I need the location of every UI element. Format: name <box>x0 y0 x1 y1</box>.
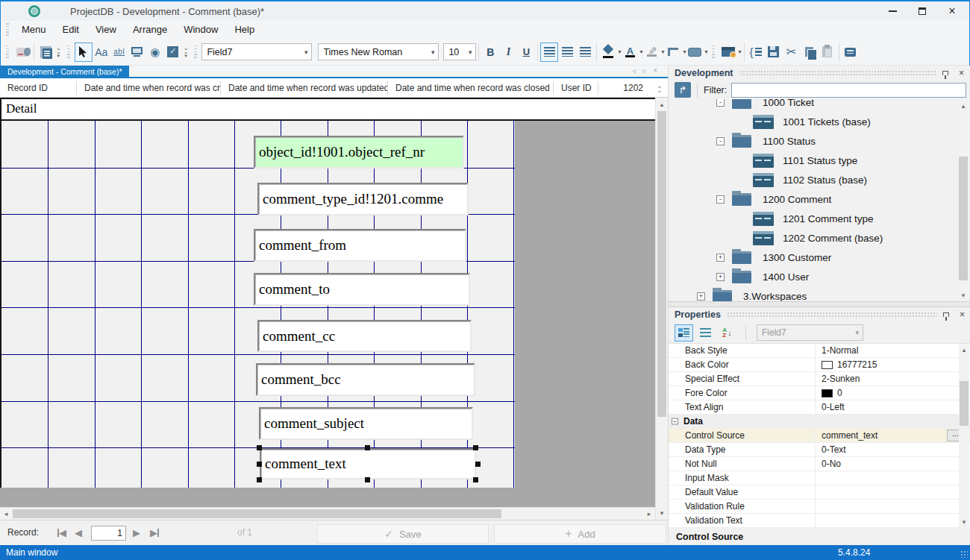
tab-scroll-left-icon[interactable]: ◃ <box>632 66 636 75</box>
button-tool-button[interactable] <box>128 43 146 62</box>
align-right-button[interactable] <box>576 43 594 62</box>
property-row-validation-rule[interactable]: Validation Rule <box>669 500 970 514</box>
column-1202[interactable]: 1202 <box>598 81 651 95</box>
outline-view-button[interactable]: { <box>747 43 765 62</box>
toolbar-grip-3[interactable] <box>194 45 197 59</box>
form-settings-dropdown[interactable]: ▾ <box>738 48 741 55</box>
font-color-button[interactable]: A <box>621 43 639 62</box>
highlight-button[interactable]: ✎ <box>642 43 660 62</box>
development-pane-header[interactable]: Development × <box>669 66 970 81</box>
tab-close-icon[interactable]: × <box>653 66 657 75</box>
scrollbar-thumb[interactable] <box>959 157 968 280</box>
align-center-button[interactable] <box>558 43 576 62</box>
filter-input[interactable] <box>731 83 966 98</box>
form-field-comment-type[interactable]: comment_type_id!1201.comme <box>257 183 469 215</box>
tab-scroll-right-icon[interactable]: ▹ <box>642 66 646 75</box>
font-size-combo[interactable]: 10▾ <box>443 43 476 60</box>
property-row-text-align[interactable]: Text Align0-Left <box>669 400 970 415</box>
property-object-combo[interactable]: Field7▾ <box>757 324 863 341</box>
align-left-button[interactable] <box>540 43 558 62</box>
property-row-validation-text[interactable]: Validation Text <box>669 514 970 528</box>
pin-icon[interactable] <box>942 71 948 75</box>
toolbar-grip-1[interactable] <box>6 45 9 59</box>
first-record-button[interactable]: ◀ <box>57 525 66 540</box>
goto-object-button[interactable]: ↱ <box>675 82 691 98</box>
tree-item-1201-comment-type[interactable]: 1201 Comment type <box>669 209 970 228</box>
property-row-back-color[interactable]: Back Color16777215 <box>669 358 970 372</box>
resize-grip[interactable] <box>960 550 968 558</box>
menu-menu[interactable]: Menu <box>13 22 54 38</box>
font-family-combo[interactable]: Times New Roman▾ <box>318 43 439 60</box>
radio-tool-button[interactable]: ◉ <box>146 43 164 62</box>
menu-edit[interactable]: Edit <box>54 22 87 38</box>
column-closed[interactable]: Date and time when record was closed <box>388 81 554 95</box>
toolbar-grip-4[interactable] <box>712 45 715 59</box>
selection-handle[interactable] <box>365 477 370 482</box>
scrollbar-thumb[interactable] <box>960 381 969 426</box>
tree-item-1400-user[interactable]: +1400 User <box>669 267 970 286</box>
designer-vertical-scrollbar[interactable]: ▴ ▾ <box>655 98 668 520</box>
property-category-data[interactable]: −Data <box>669 415 970 429</box>
tree-item-1101-status-type[interactable]: 1101 Status type <box>669 151 970 170</box>
selection-handle[interactable] <box>473 445 478 450</box>
tree-item-1200-comment[interactable]: -1200 Comment <box>669 189 970 209</box>
form-settings-button[interactable] <box>719 43 737 62</box>
collapse-icon[interactable]: - <box>716 137 725 145</box>
menubar-grip[interactable] <box>6 23 9 37</box>
property-row-default-value[interactable]: Default Value <box>669 485 970 500</box>
selection-handle[interactable] <box>473 477 478 482</box>
form-field-comment-cc[interactable]: comment_cc <box>257 320 472 352</box>
textbox-tool-button[interactable]: abl <box>110 43 128 62</box>
expand-icon[interactable]: + <box>697 292 705 301</box>
italic-button[interactable]: I <box>499 43 517 62</box>
save-button[interactable] <box>765 43 783 62</box>
next-record-button[interactable]: ▶ <box>133 525 140 540</box>
selection-handle[interactable] <box>257 445 262 450</box>
selection-handle[interactable] <box>257 462 262 467</box>
bold-button[interactable]: B <box>481 43 499 62</box>
previous-record-button[interactable]: ◀ <box>75 525 82 540</box>
comment-button[interactable] <box>842 43 860 62</box>
expand-icon[interactable]: + <box>716 254 725 262</box>
scrollbar-thumb[interactable] <box>657 111 666 417</box>
minimize-button[interactable] <box>886 5 898 17</box>
menu-arrange[interactable]: Arrange <box>125 22 175 38</box>
property-row-fore-color[interactable]: Fore Color0 <box>669 386 970 400</box>
property-row-special-effect[interactable]: Special Effect2-Sunken <box>669 372 970 386</box>
label-tool-button[interactable]: Aa <box>93 43 110 62</box>
designer-horizontal-scrollbar[interactable]: ◂ ▸ <box>0 507 655 520</box>
form-field-comment-bcc[interactable]: comment_bcc <box>256 363 475 396</box>
form-field-comment-text-selected[interactable]: comment_text <box>260 448 476 479</box>
categorized-view-button[interactable] <box>675 324 693 342</box>
header-expand-icon[interactable]: ⌄⌄ <box>657 84 663 92</box>
expand-icon[interactable]: + <box>716 273 725 281</box>
form-field-comment-subject[interactable]: comment_subject <box>259 407 473 440</box>
property-row-not-null[interactable]: Not Null0-No <box>669 457 970 471</box>
scrollbar-thumb[interactable] <box>13 509 501 518</box>
property-row-input-mask[interactable]: Input Mask <box>669 471 970 485</box>
property-row-control-source[interactable]: Control Sourcecomment_text...▾ <box>669 429 970 443</box>
selection-handle[interactable] <box>257 477 262 482</box>
pages-button[interactable] <box>37 43 54 62</box>
menu-window[interactable]: Window <box>175 22 226 38</box>
controls-dropdown[interactable]: ⌄⌄▾ <box>184 46 189 57</box>
tree-scrollbar[interactable]: ▴ ▾ <box>958 99 969 301</box>
form-field-comment-to[interactable]: comment_to <box>254 273 470 306</box>
tree-item-1001-tickets-base[interactable]: 1001 Tickets (base) <box>669 112 970 131</box>
column-updated[interactable]: Date and time when record was updated <box>221 81 388 95</box>
tree-item-1000-ticket[interactable]: -1000 Ticket <box>669 99 970 112</box>
tab-development-comment[interactable]: Development - Comment (base)* <box>0 66 129 77</box>
menu-help[interactable]: Help <box>226 22 263 38</box>
close-button[interactable]: × <box>946 5 958 17</box>
detail-section-bar[interactable]: Detail <box>0 98 655 121</box>
save-record-button[interactable]: ✓ Save <box>317 524 489 544</box>
pane-splitter[interactable] <box>669 301 970 307</box>
tree-item-1100-status[interactable]: -1100 Status <box>669 131 970 151</box>
properties-pane-header[interactable]: Properties × <box>669 307 970 322</box>
toolbar-grip-2[interactable] <box>67 45 70 59</box>
close-icon[interactable]: × <box>960 310 965 319</box>
form-field-object-id[interactable]: object_id!1001.object_ref_nr <box>254 136 464 169</box>
checkbox-tool-button[interactable] <box>164 43 182 62</box>
underline-button[interactable]: U <box>517 43 535 62</box>
select-pointer-button[interactable] <box>75 43 93 62</box>
